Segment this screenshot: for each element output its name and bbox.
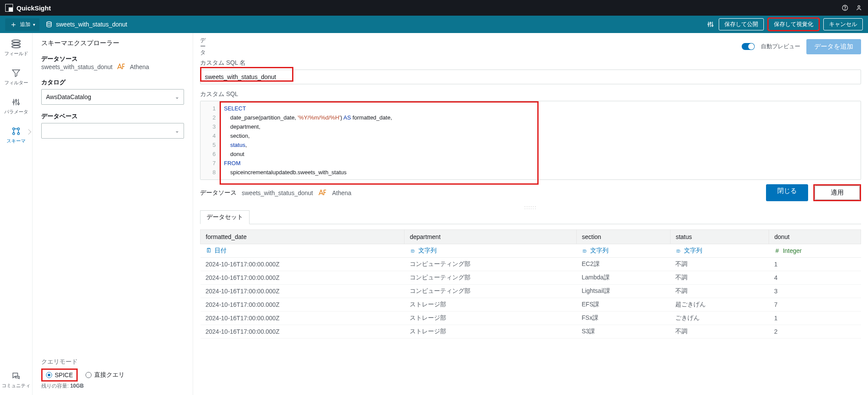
community-icon [11,371,21,381]
auto-preview-toggle[interactable] [742,43,755,50]
tab-dataset[interactable]: データセット [200,210,250,224]
query-mode-spice[interactable]: SPICE [41,368,78,382]
chevron-down-icon: ▾ [33,22,35,27]
apply-button[interactable]: 適用 [815,186,860,200]
svg-point-1 [845,9,845,10]
type-row: 🗓日付⎄文字列⎄文字列⎄文字列#Integer [201,244,861,258]
settings-icon[interactable] [707,20,714,28]
save-publish-button[interactable]: 保存して公開 [719,18,764,30]
column-header[interactable]: section [576,230,670,244]
svg-point-5 [710,23,711,24]
datasource-row: sweets_with_status_donut Athena [41,63,184,71]
dataset-chip[interactable]: sweets_with_status_donut [46,21,127,28]
catalog-value: AwsDataCatalog [46,93,91,100]
svg-point-14 [17,128,20,130]
parameters-icon [11,97,21,107]
rail-fields[interactable]: フィールド [4,39,28,57]
preview-table: formatted_datedepartmentsectionstatusdon… [200,229,861,355]
rail-community[interactable]: コミュニティ [2,371,30,389]
sql-code[interactable]: SELECT date_parse(partition_date, '%Y/%m… [220,101,861,179]
rail-parameters[interactable]: パラメータ [4,97,28,115]
radio-icon [85,372,92,378]
rail-schema[interactable]: スキーマ [7,126,26,144]
dataset-name: sweets_with_status_donut [56,21,127,28]
filter-icon [11,68,21,78]
schema-icon [11,126,21,136]
database-select[interactable]: ⌄ [41,123,184,139]
add-data-button[interactable]: データを追加 [806,39,861,54]
line-number-gutter: 12345678 [201,101,220,179]
sql-name-label: カスタム SQL 名 [200,59,861,67]
brand: QuickSight [5,4,51,12]
svg-point-3 [47,22,52,23]
dataset-toolbar: ＋ 追加 ▾ sweets_with_status_donut 保存して公開 保… [0,16,868,33]
svg-point-2 [858,6,860,8]
svg-point-9 [12,46,20,48]
table-row[interactable]: 2024-10-16T17:00:00.000Zコンピューティング部Lambda… [201,271,861,285]
content-area: データ 自動プレビュー データを追加 カスタム SQL 名 カスタム SQL 1… [193,33,868,395]
column-header[interactable]: formatted_date [201,230,404,244]
chevron-down-icon: ⌄ [175,128,179,134]
datasource-footer: データソース sweets_with_status_donut Athena [200,189,352,197]
table-row[interactable]: 2024-10-16T17:00:00.000Zストレージ部EFS課超ごきげん7 [201,298,861,312]
table-row[interactable]: 2024-10-16T17:00:00.000Zコンピューティング部EC2課不調… [201,258,861,271]
column-header[interactable]: donut [769,230,861,244]
table-header-row: formatted_datedepartmentsectionstatusdon… [201,230,861,244]
panel-title: スキーマエクスプローラー [41,39,184,47]
table-row[interactable]: 2024-10-16T17:00:00.000Zストレージ部FSx課ごきげん1 [201,312,861,325]
top-bar: QuickSight [0,0,868,16]
remaining-capacity: 残りの容量: 10GB [41,382,184,390]
svg-point-10 [13,101,15,103]
user-icon[interactable] [855,4,863,12]
brand-text: QuickSight [16,4,51,12]
datasource-name: sweets_with_status_donut [41,63,112,70]
add-label: 追加 [20,21,30,28]
resize-handle-icon[interactable]: :::::: [200,206,861,209]
athena-icon [318,189,327,197]
radio-icon [46,372,52,378]
data-label: データ [200,37,206,56]
custom-sql-label: カスタム SQL [200,90,861,98]
auto-preview-label: 自動プレビュー [761,43,800,50]
svg-point-7 [12,40,20,42]
chevron-down-icon: ⌄ [175,94,179,100]
sql-name-input[interactable] [200,70,861,84]
svg-point-6 [712,25,713,27]
schema-explorer-panel: スキーマエクスプローラー データソース sweets_with_status_d… [33,33,193,395]
svg-point-4 [708,24,709,25]
svg-point-16 [17,133,20,135]
add-button[interactable]: ＋ 追加 ▾ [5,18,39,31]
quicksight-logo-icon [5,4,13,12]
svg-point-13 [13,128,15,130]
fields-icon [10,39,22,49]
database-icon [46,21,53,28]
column-header[interactable]: status [670,230,769,244]
rail-filters[interactable]: フィルター [4,68,28,86]
close-button[interactable]: 閉じる [766,184,808,201]
table-row[interactable]: 2024-10-16T17:00:00.000Zストレージ部S3課不調2 [201,325,861,339]
query-mode-direct[interactable]: 直接クエリ [85,371,125,379]
save-visualize-button[interactable]: 保存して視覚化 [768,18,819,30]
athena-icon [117,63,125,71]
svg-point-12 [18,103,20,105]
datasource-label: データソース [41,55,184,63]
svg-point-15 [13,133,15,135]
svg-point-8 [12,43,20,45]
svg-point-11 [15,100,17,102]
query-mode-section: クエリモード SPICE 直接クエリ 残りの容量: 10GB [41,358,184,390]
database-label: データベース [41,113,184,120]
column-header[interactable]: department [404,230,577,244]
left-rail: フィールド フィルター パラメータ スキーマ コミュニティ [0,33,33,395]
table-row[interactable]: 2024-10-16T17:00:00.000Zコンピューティング部Lights… [201,285,861,298]
catalog-select[interactable]: AwsDataCatalog ⌄ [41,89,184,105]
help-icon[interactable] [841,4,849,12]
tabs: データセット [200,210,861,224]
catalog-label: カタログ [41,79,184,86]
cancel-button[interactable]: キャンセル [823,18,863,30]
query-mode-label: クエリモード [41,358,184,366]
engine-label: Athena [130,63,149,70]
sql-editor[interactable]: 12345678 SELECT date_parse(partition_dat… [200,101,861,180]
